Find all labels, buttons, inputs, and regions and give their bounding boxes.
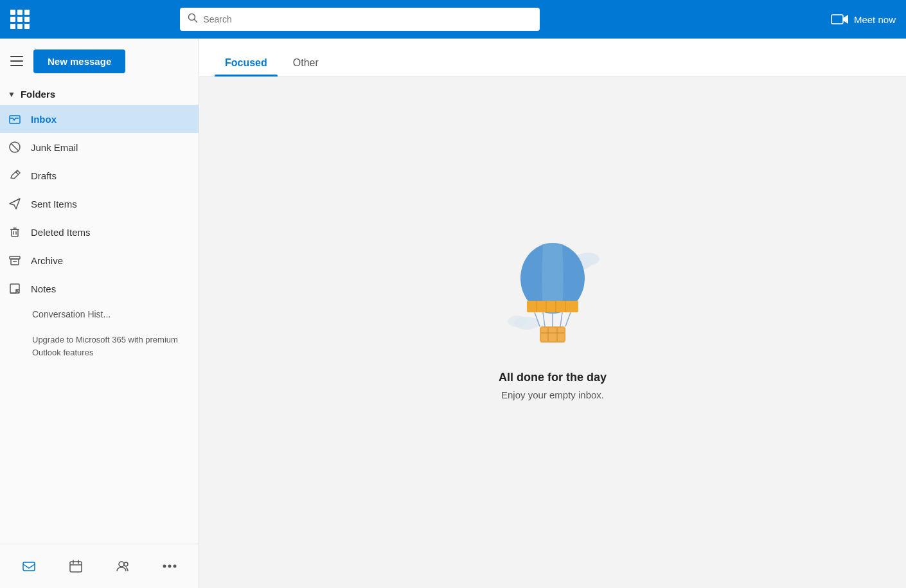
svg-line-5 (11, 143, 19, 151)
sidebar-item-notes[interactable]: Notes (0, 274, 199, 303)
junk-label: Junk Email (31, 142, 78, 153)
bottom-nav-people[interactable] (109, 552, 137, 580)
tab-focused[interactable]: Focused (215, 49, 278, 76)
balloon-illustration (488, 227, 617, 355)
svg-point-23 (124, 562, 128, 566)
svg-point-30 (508, 316, 527, 327)
conversation-history-item[interactable]: Conversation Hist... (0, 303, 199, 323)
sidebar-item-archive[interactable]: Archive (0, 246, 199, 274)
sent-icon (8, 197, 22, 210)
svg-point-24 (163, 565, 166, 568)
inbox-label: Inbox (31, 114, 57, 125)
svg-rect-17 (23, 562, 35, 571)
archive-label: Archive (31, 255, 63, 266)
search-bar[interactable] (180, 8, 540, 31)
empty-state-title: All done for the day (499, 371, 607, 384)
notes-label: Notes (31, 283, 56, 294)
sidebar-item-deleted[interactable]: Deleted Items (0, 218, 199, 246)
sidebar-bottom-nav (0, 544, 199, 588)
svg-rect-18 (70, 562, 82, 572)
empty-state: All done for the day Enjoy your empty in… (199, 77, 906, 588)
drafts-label: Drafts (31, 170, 57, 181)
content-area: Focused Other (199, 39, 906, 588)
bottom-nav-calendar[interactable] (62, 552, 90, 580)
svg-line-1 (195, 20, 197, 22)
archive-icon (8, 254, 22, 267)
svg-line-41 (565, 312, 571, 326)
sent-label: Sent Items (31, 199, 77, 209)
folders-label: Folders (21, 89, 55, 100)
meet-now-button[interactable]: Meet now (831, 13, 896, 26)
search-input[interactable] (203, 14, 532, 24)
meet-now-label: Meet now (854, 14, 896, 25)
topbar: Meet now (0, 0, 906, 39)
main-layout: New message ▼ Folders Inbox (0, 39, 906, 588)
deleted-icon (8, 226, 22, 238)
deleted-label: Deleted Items (31, 227, 91, 238)
sidebar: New message ▼ Folders Inbox (0, 39, 199, 588)
drafts-icon (8, 169, 22, 182)
sidebar-top: New message (0, 39, 199, 84)
svg-line-38 (543, 312, 545, 326)
notes-icon (8, 282, 22, 295)
bottom-nav-mail[interactable] (15, 552, 43, 580)
sidebar-item-junk[interactable]: Junk Email (0, 133, 199, 161)
apps-icon[interactable] (10, 10, 30, 29)
svg-point-22 (119, 562, 124, 567)
bottom-nav-more[interactable] (155, 552, 184, 580)
svg-rect-7 (12, 229, 18, 236)
svg-rect-32 (527, 301, 578, 312)
inbox-icon (8, 112, 22, 125)
svg-point-25 (168, 565, 172, 568)
svg-rect-2 (831, 15, 843, 24)
chevron-down-icon: ▼ (8, 90, 15, 99)
svg-point-26 (173, 565, 177, 568)
tab-other[interactable]: Other (283, 49, 329, 76)
new-message-button[interactable]: New message (33, 49, 125, 73)
junk-icon (8, 141, 22, 154)
empty-state-subtitle: Enjoy your empty inbox. (501, 389, 604, 400)
sidebar-item-drafts[interactable]: Drafts (0, 161, 199, 190)
tabs-bar: Focused Other (199, 39, 906, 77)
hamburger-icon[interactable] (10, 56, 23, 66)
upgrade-notice: Upgrade to Microsoft 365 with premium Ou… (0, 323, 199, 369)
svg-rect-43 (541, 328, 564, 341)
svg-line-40 (560, 312, 562, 326)
sidebar-item-inbox[interactable]: Inbox (0, 105, 199, 133)
folders-header[interactable]: ▼ Folders (0, 84, 199, 105)
sidebar-item-sent[interactable]: Sent Items (0, 190, 199, 218)
svg-line-6 (15, 172, 18, 174)
search-icon (188, 13, 198, 26)
